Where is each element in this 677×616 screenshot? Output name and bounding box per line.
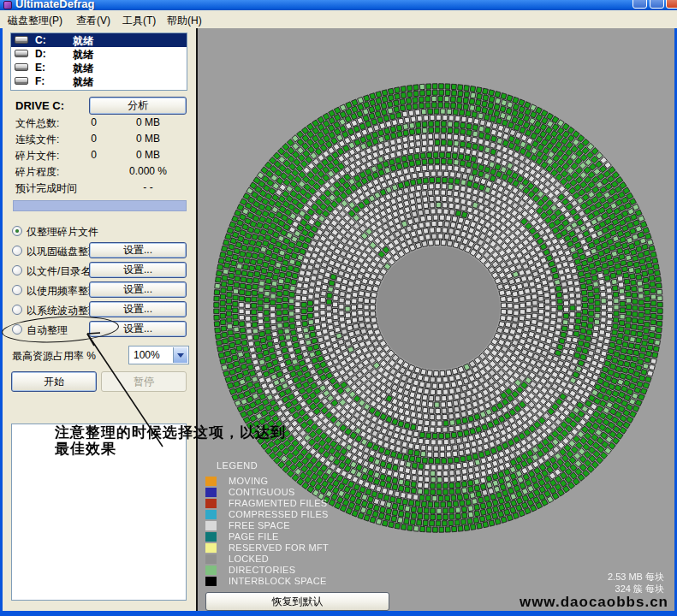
fragmented-swatch bbox=[205, 499, 217, 508]
stat-size: 0 MB bbox=[114, 116, 182, 128]
drive-row-e[interactable]: E: 就绪 bbox=[11, 61, 187, 74]
restore-default-button[interactable]: 恢复到默认 bbox=[205, 592, 389, 611]
contiguous-swatch bbox=[205, 488, 217, 497]
app-icon bbox=[3, 1, 12, 9]
resource-usage-label: 最高资源占用率 % bbox=[12, 349, 96, 364]
settings-button-auto[interactable]: 设置... bbox=[89, 321, 187, 337]
radio-icon[interactable] bbox=[12, 305, 22, 315]
stat-label: 碎片程度: bbox=[15, 165, 59, 180]
interblock-swatch bbox=[205, 577, 217, 586]
menu-bar: 磁盘整理(P) 查看(V) 工具(T) 帮助(H) bbox=[0, 10, 677, 28]
legend: LEGEND MOVING CONTIGUOUS FRAGMENTED FILE… bbox=[205, 460, 258, 587]
drive-row-f[interactable]: F: 就绪 bbox=[11, 74, 187, 88]
legend-label: PAGE FILE bbox=[229, 531, 279, 542]
radio-icon[interactable] bbox=[12, 246, 22, 256]
option-consolidate[interactable]: 以巩固磁盘整理 设置... bbox=[3, 244, 196, 259]
free-space-swatch bbox=[205, 521, 217, 530]
stat-label: 连续文件: bbox=[15, 133, 59, 147]
stat-size: 0 MB bbox=[114, 133, 182, 145]
legend-title: LEGEND bbox=[217, 460, 258, 471]
option-file-name[interactable]: 以文件/目录名整理 设置... bbox=[3, 264, 196, 279]
window-border-bottom bbox=[0, 611, 677, 616]
control-panel: C: 就绪 D: 就绪 E: 就绪 F: 就绪 DRIVE C: 分析 bbox=[3, 28, 196, 611]
menu-defrag[interactable]: 磁盘整理(P) bbox=[5, 13, 65, 27]
stat-row-total-files: 文件总数: 0 0 MB bbox=[3, 116, 196, 130]
stat-size: 0.000 % bbox=[114, 165, 182, 177]
stat-count: 0 bbox=[62, 116, 97, 128]
legend-label: RESERVED FOR MFT bbox=[229, 542, 329, 553]
resource-usage-select[interactable]: 100% bbox=[128, 346, 189, 364]
settings-button-volatility[interactable]: 设置... bbox=[89, 301, 187, 317]
legend-label: MOVING bbox=[229, 476, 268, 486]
stat-label: 碎片文件: bbox=[15, 149, 59, 163]
resource-usage-value: 100% bbox=[134, 349, 160, 361]
legend-label: INTERBLOCK SPACE bbox=[229, 576, 327, 586]
minimize-button[interactable] bbox=[632, 0, 647, 9]
menu-tools[interactable]: 工具(T) bbox=[120, 13, 158, 27]
option-system-volatility[interactable]: 以系统波动整理 设置... bbox=[3, 303, 196, 318]
legend-item-moving: MOVING bbox=[205, 476, 258, 487]
radio-icon[interactable] bbox=[12, 265, 22, 275]
settings-button-consolidate[interactable]: 设置... bbox=[89, 242, 187, 258]
option-auto-defrag[interactable]: 自动整理 设置... bbox=[3, 323, 196, 338]
legend-item-compressed: COMPRESSED FILES bbox=[205, 509, 258, 520]
drive-letter: C: bbox=[35, 34, 46, 46]
option-fragmented-only[interactable]: 仅整理碎片文件 bbox=[3, 224, 196, 240]
window-title: UltimateDefrag bbox=[15, 0, 94, 10]
log-panel bbox=[11, 424, 187, 601]
directories-swatch bbox=[205, 566, 217, 575]
radio-label: 以使用频率整理 bbox=[27, 284, 98, 299]
drive-letter: E: bbox=[35, 62, 45, 74]
stat-label: 预计完成时间 bbox=[15, 181, 77, 196]
option-usage-frequency[interactable]: 以使用频率整理 设置... bbox=[3, 283, 196, 299]
menu-help[interactable]: 帮助(H) bbox=[164, 13, 205, 27]
drive-row-d[interactable]: D: 就绪 bbox=[11, 47, 187, 61]
page-file-swatch bbox=[205, 532, 217, 542]
menu-view[interactable]: 查看(V) bbox=[74, 13, 113, 27]
watermark-text: www.daocaobbs.cn bbox=[520, 594, 668, 611]
start-button[interactable]: 开始 bbox=[11, 371, 97, 392]
app-window: UltimateDefrag 磁盘整理(P) 查看(V) 工具(T) 帮助(H)… bbox=[0, 0, 677, 616]
radio-label: 仅整理碎片文件 bbox=[27, 225, 98, 240]
radio-icon[interactable] bbox=[12, 226, 22, 236]
legend-item-directories: DIRECTORIES bbox=[205, 565, 258, 576]
legend-label: FRAGMENTED FILES bbox=[229, 498, 327, 508]
legend-label: DIRECTORIES bbox=[229, 565, 295, 575]
drive-letter: D: bbox=[35, 48, 46, 60]
settings-button-file-name[interactable]: 设置... bbox=[89, 262, 187, 278]
stat-count: 0 bbox=[62, 149, 97, 161]
stat-row-fragmented: 碎片文件: 0 0 MB bbox=[3, 149, 196, 163]
pause-button: 暂停 bbox=[101, 371, 187, 392]
radio-label: 以系统波动整理 bbox=[27, 304, 98, 318]
disk-view-panel: LEGEND MOVING CONTIGUOUS FRAGMENTED FILE… bbox=[198, 28, 674, 611]
radio-label: 以巩固磁盘整理 bbox=[27, 245, 98, 259]
drive-list[interactable]: C: 就绪 D: 就绪 E: 就绪 F: 就绪 bbox=[10, 33, 187, 91]
title-bar[interactable]: UltimateDefrag bbox=[0, 0, 677, 10]
legend-item-interblock: INTERBLOCK SPACE bbox=[205, 576, 258, 587]
legend-item-fragmented: FRAGMENTED FILES bbox=[205, 498, 258, 509]
chevron-down-icon[interactable] bbox=[173, 347, 187, 363]
legend-label: FREE SPACE bbox=[229, 520, 290, 530]
legend-item-locked: LOCKED bbox=[205, 554, 258, 565]
close-button[interactable] bbox=[666, 0, 677, 9]
radio-icon[interactable] bbox=[12, 324, 22, 335]
legend-item-page-file: PAGE FILE bbox=[205, 531, 258, 542]
progress-bar bbox=[13, 200, 187, 211]
hard-drive-icon bbox=[15, 63, 28, 71]
stat-size: 0 MB bbox=[114, 149, 182, 161]
compressed-swatch bbox=[205, 510, 217, 519]
radio-label: 自动整理 bbox=[27, 323, 68, 338]
block-size-text: 2.53 MB 每块 bbox=[608, 571, 664, 583]
settings-button-usage[interactable]: 设置... bbox=[89, 281, 187, 298]
maximize-button[interactable] bbox=[650, 0, 664, 9]
drive-row-c[interactable]: C: 就绪 bbox=[11, 33, 187, 47]
stat-size: - - bbox=[114, 181, 182, 193]
legend-item-free-space: FREE SPACE bbox=[205, 520, 258, 531]
stat-count: 0 bbox=[62, 133, 97, 145]
stat-row-contiguous: 连续文件: 0 0 MB bbox=[3, 133, 196, 146]
radio-icon[interactable] bbox=[12, 285, 22, 295]
analyze-button[interactable]: 分析 bbox=[89, 97, 187, 115]
stat-row-eta: 预计完成时间 - - bbox=[3, 181, 196, 195]
drive-letter: F: bbox=[35, 75, 45, 87]
drive-status: 就绪 bbox=[73, 75, 93, 90]
